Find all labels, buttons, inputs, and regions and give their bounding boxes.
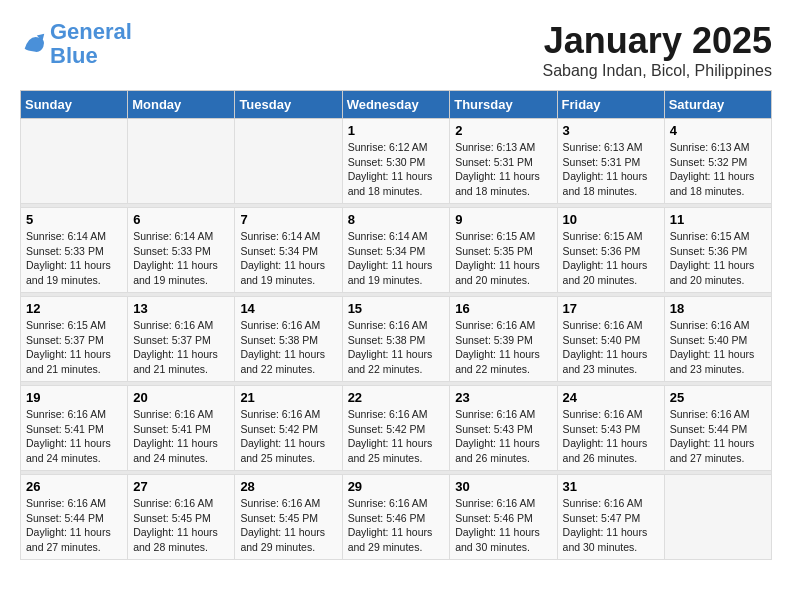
day-number: 20	[133, 390, 229, 405]
logo-icon	[20, 30, 48, 58]
calendar-cell: 9Sunrise: 6:15 AMSunset: 5:35 PMDaylight…	[450, 208, 557, 293]
day-info: Sunrise: 6:14 AMSunset: 5:34 PMDaylight:…	[240, 229, 336, 288]
day-info: Sunrise: 6:15 AMSunset: 5:37 PMDaylight:…	[26, 318, 122, 377]
day-number: 14	[240, 301, 336, 316]
day-number: 30	[455, 479, 551, 494]
day-number: 29	[348, 479, 445, 494]
day-info: Sunrise: 6:15 AMSunset: 5:36 PMDaylight:…	[563, 229, 659, 288]
day-number: 4	[670, 123, 766, 138]
day-info: Sunrise: 6:16 AMSunset: 5:44 PMDaylight:…	[26, 496, 122, 555]
calendar-cell: 16Sunrise: 6:16 AMSunset: 5:39 PMDayligh…	[450, 297, 557, 382]
day-info: Sunrise: 6:15 AMSunset: 5:35 PMDaylight:…	[455, 229, 551, 288]
title-block: January 2025 Sabang Indan, Bicol, Philip…	[543, 20, 773, 80]
day-number: 1	[348, 123, 445, 138]
calendar-cell	[235, 119, 342, 204]
calendar-cell: 3Sunrise: 6:13 AMSunset: 5:31 PMDaylight…	[557, 119, 664, 204]
day-info: Sunrise: 6:16 AMSunset: 5:43 PMDaylight:…	[455, 407, 551, 466]
day-number: 11	[670, 212, 766, 227]
day-info: Sunrise: 6:16 AMSunset: 5:42 PMDaylight:…	[348, 407, 445, 466]
logo-line2: Blue	[50, 43, 98, 68]
col-monday: Monday	[128, 91, 235, 119]
day-info: Sunrise: 6:16 AMSunset: 5:46 PMDaylight:…	[455, 496, 551, 555]
day-number: 17	[563, 301, 659, 316]
calendar-cell: 7Sunrise: 6:14 AMSunset: 5:34 PMDaylight…	[235, 208, 342, 293]
calendar-cell: 28Sunrise: 6:16 AMSunset: 5:45 PMDayligh…	[235, 475, 342, 560]
calendar-cell: 5Sunrise: 6:14 AMSunset: 5:33 PMDaylight…	[21, 208, 128, 293]
day-info: Sunrise: 6:14 AMSunset: 5:33 PMDaylight:…	[133, 229, 229, 288]
calendar-cell: 24Sunrise: 6:16 AMSunset: 5:43 PMDayligh…	[557, 386, 664, 471]
col-wednesday: Wednesday	[342, 91, 450, 119]
calendar-cell: 15Sunrise: 6:16 AMSunset: 5:38 PMDayligh…	[342, 297, 450, 382]
calendar-cell: 29Sunrise: 6:16 AMSunset: 5:46 PMDayligh…	[342, 475, 450, 560]
calendar-cell: 27Sunrise: 6:16 AMSunset: 5:45 PMDayligh…	[128, 475, 235, 560]
calendar-title: January 2025	[543, 20, 773, 62]
day-number: 13	[133, 301, 229, 316]
day-number: 15	[348, 301, 445, 316]
col-sunday: Sunday	[21, 91, 128, 119]
day-number: 9	[455, 212, 551, 227]
day-number: 19	[26, 390, 122, 405]
day-number: 12	[26, 301, 122, 316]
calendar-cell: 18Sunrise: 6:16 AMSunset: 5:40 PMDayligh…	[664, 297, 771, 382]
col-thursday: Thursday	[450, 91, 557, 119]
day-info: Sunrise: 6:16 AMSunset: 5:44 PMDaylight:…	[670, 407, 766, 466]
day-info: Sunrise: 6:16 AMSunset: 5:39 PMDaylight:…	[455, 318, 551, 377]
calendar-subtitle: Sabang Indan, Bicol, Philippines	[543, 62, 773, 80]
day-number: 6	[133, 212, 229, 227]
day-info: Sunrise: 6:16 AMSunset: 5:45 PMDaylight:…	[133, 496, 229, 555]
calendar-cell: 20Sunrise: 6:16 AMSunset: 5:41 PMDayligh…	[128, 386, 235, 471]
day-number: 24	[563, 390, 659, 405]
calendar-cell: 10Sunrise: 6:15 AMSunset: 5:36 PMDayligh…	[557, 208, 664, 293]
day-number: 28	[240, 479, 336, 494]
col-tuesday: Tuesday	[235, 91, 342, 119]
calendar-week-row: 5Sunrise: 6:14 AMSunset: 5:33 PMDaylight…	[21, 208, 772, 293]
day-info: Sunrise: 6:16 AMSunset: 5:40 PMDaylight:…	[563, 318, 659, 377]
calendar-cell: 25Sunrise: 6:16 AMSunset: 5:44 PMDayligh…	[664, 386, 771, 471]
day-info: Sunrise: 6:14 AMSunset: 5:34 PMDaylight:…	[348, 229, 445, 288]
day-info: Sunrise: 6:16 AMSunset: 5:41 PMDaylight:…	[26, 407, 122, 466]
day-info: Sunrise: 6:16 AMSunset: 5:41 PMDaylight:…	[133, 407, 229, 466]
day-info: Sunrise: 6:12 AMSunset: 5:30 PMDaylight:…	[348, 140, 445, 199]
calendar-week-row: 1Sunrise: 6:12 AMSunset: 5:30 PMDaylight…	[21, 119, 772, 204]
day-number: 2	[455, 123, 551, 138]
logo-line1: General	[50, 19, 132, 44]
day-info: Sunrise: 6:16 AMSunset: 5:37 PMDaylight:…	[133, 318, 229, 377]
calendar-cell: 2Sunrise: 6:13 AMSunset: 5:31 PMDaylight…	[450, 119, 557, 204]
calendar-cell: 4Sunrise: 6:13 AMSunset: 5:32 PMDaylight…	[664, 119, 771, 204]
day-number: 22	[348, 390, 445, 405]
day-number: 27	[133, 479, 229, 494]
calendar-cell: 22Sunrise: 6:16 AMSunset: 5:42 PMDayligh…	[342, 386, 450, 471]
day-number: 31	[563, 479, 659, 494]
day-info: Sunrise: 6:16 AMSunset: 5:47 PMDaylight:…	[563, 496, 659, 555]
day-number: 10	[563, 212, 659, 227]
calendar-cell: 13Sunrise: 6:16 AMSunset: 5:37 PMDayligh…	[128, 297, 235, 382]
day-info: Sunrise: 6:16 AMSunset: 5:45 PMDaylight:…	[240, 496, 336, 555]
calendar-cell: 12Sunrise: 6:15 AMSunset: 5:37 PMDayligh…	[21, 297, 128, 382]
day-number: 16	[455, 301, 551, 316]
col-friday: Friday	[557, 91, 664, 119]
day-number: 18	[670, 301, 766, 316]
calendar-week-row: 26Sunrise: 6:16 AMSunset: 5:44 PMDayligh…	[21, 475, 772, 560]
page-header: General Blue January 2025 Sabang Indan, …	[20, 20, 772, 80]
calendar-cell	[128, 119, 235, 204]
day-number: 23	[455, 390, 551, 405]
calendar-week-row: 19Sunrise: 6:16 AMSunset: 5:41 PMDayligh…	[21, 386, 772, 471]
calendar-cell: 21Sunrise: 6:16 AMSunset: 5:42 PMDayligh…	[235, 386, 342, 471]
calendar-cell: 23Sunrise: 6:16 AMSunset: 5:43 PMDayligh…	[450, 386, 557, 471]
calendar-cell: 26Sunrise: 6:16 AMSunset: 5:44 PMDayligh…	[21, 475, 128, 560]
calendar-cell: 8Sunrise: 6:14 AMSunset: 5:34 PMDaylight…	[342, 208, 450, 293]
logo: General Blue	[20, 20, 132, 68]
day-info: Sunrise: 6:16 AMSunset: 5:40 PMDaylight:…	[670, 318, 766, 377]
calendar-cell: 30Sunrise: 6:16 AMSunset: 5:46 PMDayligh…	[450, 475, 557, 560]
day-number: 26	[26, 479, 122, 494]
calendar-header-row: Sunday Monday Tuesday Wednesday Thursday…	[21, 91, 772, 119]
day-info: Sunrise: 6:16 AMSunset: 5:46 PMDaylight:…	[348, 496, 445, 555]
day-info: Sunrise: 6:16 AMSunset: 5:42 PMDaylight:…	[240, 407, 336, 466]
col-saturday: Saturday	[664, 91, 771, 119]
calendar-table: Sunday Monday Tuesday Wednesday Thursday…	[20, 90, 772, 560]
calendar-cell: 17Sunrise: 6:16 AMSunset: 5:40 PMDayligh…	[557, 297, 664, 382]
day-info: Sunrise: 6:13 AMSunset: 5:32 PMDaylight:…	[670, 140, 766, 199]
day-info: Sunrise: 6:13 AMSunset: 5:31 PMDaylight:…	[563, 140, 659, 199]
calendar-cell: 31Sunrise: 6:16 AMSunset: 5:47 PMDayligh…	[557, 475, 664, 560]
day-number: 21	[240, 390, 336, 405]
